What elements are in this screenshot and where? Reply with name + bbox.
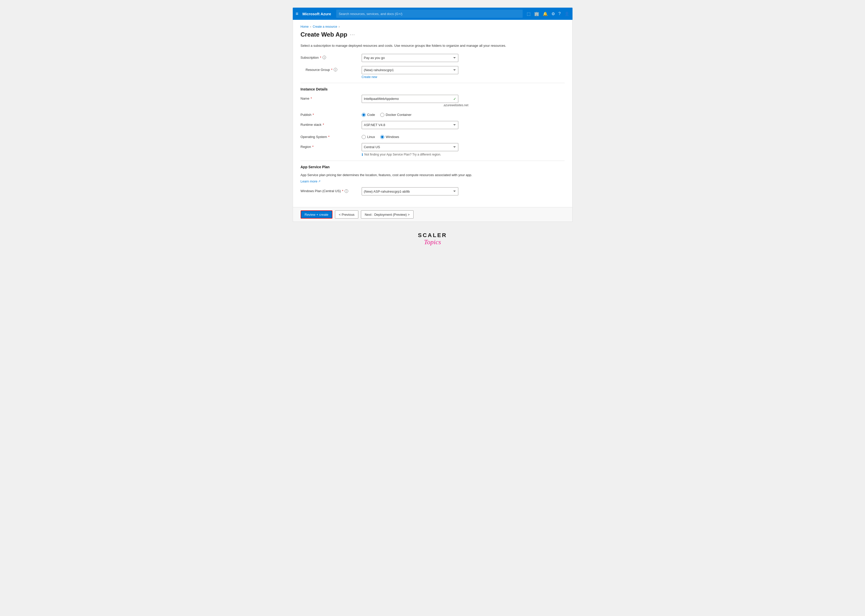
name-control: ✓ .azurewebsites.net [362,95,468,107]
previous-button[interactable]: < Previous [335,211,358,218]
required-indicator: * [312,145,314,149]
runtime-stack-row: Runtime stack * ASP.NET V4.8 [301,121,565,129]
breadcrumb-home[interactable]: Home [301,25,309,28]
global-search-input[interactable] [336,9,523,18]
external-link-icon: ↗ [318,180,320,183]
region-info-message: ℹ Not finding your App Service Plan? Try… [362,152,468,157]
more-options-icon[interactable]: ··· [350,32,355,37]
page-title: Create Web App [301,31,347,38]
region-label: Region * [301,143,362,149]
azure-navbar: ≡ Microsoft Azure ⬚ 🏢 🔔 ⚙ ? 👤 [293,8,572,20]
os-linux-radio[interactable] [362,135,366,139]
name-row: Name * ✓ .azurewebsites.net [301,95,565,107]
main-content: Home › Create a resource › Create Web Ap… [293,20,572,207]
os-windows-option[interactable]: Windows [380,135,399,139]
section-divider-2 [301,160,565,161]
publish-control: Code Docker Container [362,111,468,117]
section-divider [301,83,565,83]
page-title-row: Create Web App ··· [301,31,565,38]
name-input-wrapper: ✓ [362,95,458,103]
resource-group-row: Resource Group * i (New) rahulrescgrp1 C… [301,66,565,79]
required-indicator: * [320,56,321,60]
name-label: Name * [301,95,362,101]
os-label: Operating System * [301,133,362,139]
region-row: Region * Central US ℹ Not finding your A… [301,143,565,157]
os-linux-option[interactable]: Linux [362,135,375,139]
runtime-stack-label: Runtime stack * [301,121,362,127]
required-indicator: * [328,135,329,139]
required-indicator: * [331,68,332,72]
runtime-stack-dropdown[interactable]: ASP.NET V4.8 [362,121,458,129]
resource-group-dropdown[interactable]: (New) rahulrescgrp1 [362,66,458,74]
subscription-control: Pay as you go [362,54,468,62]
region-dropdown[interactable]: Central US [362,143,458,151]
settings-icon[interactable]: ⚙ [551,11,555,16]
bottom-action-bar: Review + create < Previous Next : Deploy… [293,207,572,222]
publish-code-radio[interactable] [362,113,366,117]
breadcrumb-create-resource[interactable]: Create a resource [313,25,337,28]
scaler-text: SCALER [418,232,447,239]
subscription-dropdown[interactable]: Pay as you go [362,54,458,62]
publish-row: Publish * Code Docker Container [301,111,565,117]
windows-plan-dropdown[interactable]: (New) ASP-rahulrescgrp1-ab9b [362,187,458,195]
required-indicator: * [310,97,312,101]
learn-more-link[interactable]: Learn more ↗ [301,179,320,183]
next-button[interactable]: Next : Deployment (Preview) > [361,211,414,218]
publish-docker-radio[interactable] [380,113,384,117]
windows-plan-row: Windows Plan (Central US) * i (New) ASP-… [301,187,565,195]
region-info-icon: ℹ [362,152,363,157]
required-indicator: * [313,113,314,117]
create-new-link[interactable]: Create new [362,75,468,79]
subscription-row: Subscription * i Pay as you go [301,54,565,62]
help-icon[interactable]: ? [559,11,561,16]
notifications-icon[interactable]: 🔔 [543,11,548,16]
cloud-shell-icon[interactable]: ⬚ [527,11,531,16]
os-row: Operating System * Linux Windows [301,133,565,139]
instance-details-header: Instance Details [301,87,565,91]
breadcrumb: Home › Create a resource › [301,25,565,28]
resource-group-label: Resource Group * i [301,66,362,72]
hamburger-menu-icon[interactable]: ≡ [296,11,299,17]
os-radio-group: Linux Windows [362,133,468,139]
windows-plan-label: Windows Plan (Central US) * i [301,187,362,193]
publish-code-option[interactable]: Code [362,113,375,117]
subscription-label: Subscription * i [301,54,362,60]
resource-group-info-icon[interactable]: i [334,68,337,71]
subscription-info-icon[interactable]: i [323,56,326,59]
runtime-stack-control: ASP.NET V4.8 [362,121,468,129]
app-service-plan-description: App Service plan pricing tier determines… [301,173,565,178]
review-create-button[interactable]: Review + create [301,211,332,218]
required-indicator: * [342,189,343,193]
publish-docker-option[interactable]: Docker Container [380,113,411,117]
os-control: Linux Windows [362,133,468,139]
directory-icon[interactable]: 🏢 [534,11,539,16]
validation-check-icon: ✓ [453,97,456,101]
publish-radio-group: Code Docker Container [362,111,468,117]
publish-label: Publish * [301,111,362,117]
required-indicator: * [323,123,324,127]
windows-plan-control: (New) ASP-rahulrescgrp1-ab9b [362,187,468,195]
profile-icon[interactable]: 👤 [564,11,569,16]
windows-plan-info-icon[interactable]: i [345,189,348,193]
scaler-topics-script: Topics [424,239,441,246]
nav-icons-group: ⬚ 🏢 🔔 ⚙ ? 👤 [527,11,569,16]
os-windows-radio[interactable] [380,135,384,139]
app-service-plan-header: App Service Plan [301,165,565,169]
azure-brand: Microsoft Azure [303,12,331,16]
region-control: Central US ℹ Not finding your App Servic… [362,143,468,157]
resource-group-control: (New) rahulrescgrp1 Create new [362,66,468,79]
name-input[interactable] [362,95,458,103]
scaler-brand: SCALER Topics [418,232,447,246]
page-description: Select a subscription to manage deployed… [301,43,565,48]
domain-suffix: .azurewebsites.net [362,104,468,107]
